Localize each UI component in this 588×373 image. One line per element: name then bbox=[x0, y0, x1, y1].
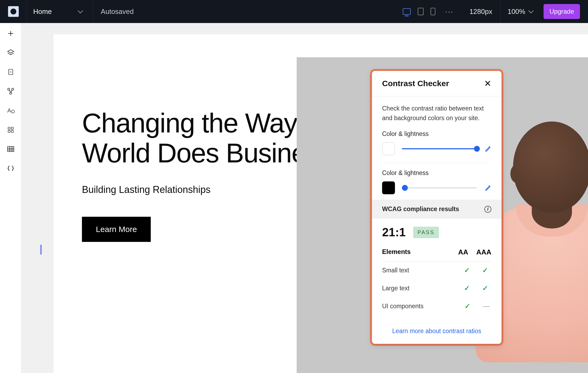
hero-left-column: Changing the Way the World Does Business… bbox=[54, 57, 297, 373]
svg-rect-10 bbox=[11, 127, 13, 129]
background-slider[interactable] bbox=[402, 187, 477, 188]
zoom-selector[interactable]: 100% bbox=[500, 7, 540, 16]
check-icon: ✓ bbox=[465, 302, 470, 310]
table-row: UI components ✓ — bbox=[382, 297, 491, 315]
contrast-checker-highlight: Contrast Checker ✕ Check the contrast ra… bbox=[370, 69, 503, 346]
upgrade-button[interactable]: Upgrade bbox=[544, 4, 580, 19]
apps-icon[interactable] bbox=[7, 126, 15, 134]
panel-description: Check the contrast ratio between text an… bbox=[382, 104, 491, 123]
element-name: Large text bbox=[382, 285, 409, 292]
element-name: Small text bbox=[382, 267, 409, 274]
wcag-results-header: WCAG compliance results i bbox=[372, 200, 502, 219]
more-devices-icon[interactable]: ··· bbox=[442, 7, 456, 16]
phone-device-icon[interactable] bbox=[431, 8, 435, 15]
hero-cta-button[interactable]: Learn More bbox=[82, 217, 151, 242]
elements-header-label: Elements bbox=[382, 248, 411, 256]
top-bar: Home Autosaved ··· 1280px 100% Upgrade bbox=[0, 0, 588, 23]
pass-badge: PASS bbox=[413, 227, 439, 238]
learn-more-link[interactable]: Learn more about contrast ratios bbox=[372, 323, 502, 344]
canvas-area: Changing the Way the World Does Business… bbox=[21, 23, 588, 373]
svg-marker-2 bbox=[7, 50, 14, 53]
add-icon[interactable] bbox=[7, 29, 15, 37]
background-slider-row bbox=[382, 181, 491, 200]
hero-heading-line1[interactable]: Changing the Way the bbox=[82, 108, 297, 138]
close-icon[interactable]: ✕ bbox=[484, 79, 491, 88]
svg-rect-12 bbox=[11, 130, 13, 132]
page-selector[interactable]: Home bbox=[27, 0, 93, 23]
panel-header: Contrast Checker ✕ bbox=[372, 71, 502, 96]
panel-title: Contrast Checker bbox=[382, 79, 449, 88]
info-icon[interactable]: i bbox=[484, 206, 491, 213]
foreground-slider-row bbox=[382, 142, 491, 163]
foreground-slider-label: Color & lightness bbox=[382, 130, 491, 138]
canvas[interactable]: Changing the Way the World Does Business… bbox=[54, 34, 588, 373]
page-name: Home bbox=[33, 7, 52, 16]
left-rail bbox=[0, 23, 21, 373]
device-switcher: ··· bbox=[397, 7, 461, 16]
column-aa: AA bbox=[458, 248, 468, 256]
check-icon: ✓ bbox=[464, 284, 470, 292]
chevron-down-icon bbox=[528, 8, 534, 13]
tablet-device-icon[interactable] bbox=[418, 8, 424, 15]
check-icon: ✓ bbox=[464, 266, 470, 275]
selection-handle[interactable] bbox=[40, 245, 42, 255]
autosave-status: Autosaved bbox=[93, 7, 141, 16]
svg-rect-9 bbox=[8, 127, 10, 129]
wcag-header-label: WCAG compliance results bbox=[382, 205, 459, 213]
eyedropper-icon[interactable] bbox=[484, 184, 491, 192]
hero-heading-line2[interactable]: World Does Business bbox=[82, 138, 297, 168]
hero-subheading[interactable]: Building Lasting Relationships bbox=[82, 184, 297, 195]
table-row: Small text ✓ ✓ bbox=[382, 261, 491, 279]
check-icon: ✓ bbox=[482, 284, 488, 292]
results-section: 21:1 PASS Elements AA AAA Small text bbox=[372, 219, 502, 323]
site-header-strip bbox=[54, 34, 588, 57]
zoom-value: 100% bbox=[507, 7, 525, 16]
data-icon[interactable] bbox=[7, 87, 15, 95]
column-aaa: AAA bbox=[476, 248, 491, 256]
pages-icon[interactable] bbox=[7, 68, 15, 76]
na-icon: — bbox=[483, 302, 488, 310]
table-row: Large text ✓ ✓ bbox=[382, 279, 491, 297]
svg-rect-13 bbox=[7, 147, 14, 152]
chevron-down-icon bbox=[78, 8, 83, 13]
check-icon: ✓ bbox=[482, 266, 488, 275]
logo[interactable] bbox=[0, 0, 27, 23]
canvas-width-display[interactable]: 1280px bbox=[461, 0, 500, 23]
foreground-swatch[interactable] bbox=[382, 142, 395, 155]
eyedropper-icon[interactable] bbox=[484, 145, 491, 153]
background-swatch[interactable] bbox=[382, 181, 395, 194]
contrast-checker-panel: Contrast Checker ✕ Check the contrast ra… bbox=[372, 71, 502, 344]
foreground-slider[interactable] bbox=[402, 148, 477, 149]
svg-rect-11 bbox=[8, 130, 10, 132]
svg-point-8 bbox=[11, 110, 14, 113]
layers-icon[interactable] bbox=[7, 49, 15, 57]
code-icon[interactable] bbox=[7, 164, 15, 172]
theme-icon[interactable] bbox=[7, 106, 15, 115]
hero-section: Changing the Way the World Does Business… bbox=[54, 57, 588, 373]
element-name: UI components bbox=[382, 303, 424, 310]
background-slider-label: Color & lightness bbox=[382, 169, 491, 177]
svg-point-7 bbox=[10, 92, 12, 94]
contrast-ratio-value: 21:1 bbox=[382, 226, 406, 239]
table-icon[interactable] bbox=[7, 145, 15, 153]
elements-table: Elements AA AAA Small text ✓ ✓ bbox=[382, 248, 491, 315]
ratio-row: 21:1 PASS bbox=[382, 226, 491, 239]
desktop-device-icon[interactable] bbox=[403, 8, 411, 15]
